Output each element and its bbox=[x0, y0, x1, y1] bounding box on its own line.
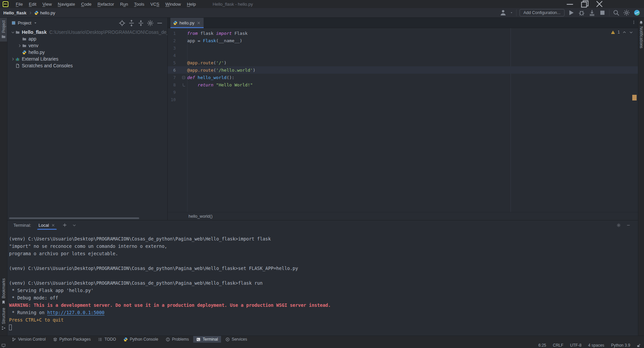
ide-features-sphere-icon[interactable] bbox=[633, 9, 641, 16]
tree-item-external-libraries[interactable]: External Libraries bbox=[7, 56, 167, 62]
stop-icon[interactable] bbox=[599, 9, 606, 16]
user-profile-icon[interactable] bbox=[499, 9, 507, 16]
terminal-tool-window: Terminal: Local (venv) C:\Users\Usuario\ bbox=[7, 220, 638, 336]
status-item-6-25[interactable]: 6:25 bbox=[538, 343, 546, 348]
terminal-output[interactable]: (venv) C:\Users\Usuario\Desktop\PROGRAMA… bbox=[7, 230, 638, 336]
restore-icon[interactable] bbox=[580, 0, 590, 8]
fold-end-icon[interactable] bbox=[183, 83, 185, 86]
locate-file-icon[interactable] bbox=[118, 19, 126, 27]
tool-stripe-project[interactable]: Project bbox=[0, 18, 7, 42]
add-configuration-button[interactable]: Add Configuration... bbox=[520, 9, 565, 16]
tab-close-icon[interactable] bbox=[197, 21, 201, 25]
tool-stripe-structure[interactable]: Structure bbox=[0, 305, 7, 333]
code-line-5[interactable]: 5@app.route('/') bbox=[168, 59, 638, 66]
toolwindow-button-python-packages[interactable]: Python Packages bbox=[50, 336, 94, 343]
user-dropdown-caret-icon[interactable] bbox=[510, 9, 513, 16]
menu-item-tools[interactable]: Tools bbox=[131, 1, 147, 7]
terminal-dropdown-chevron-icon[interactable] bbox=[72, 223, 76, 227]
project-panel-title[interactable]: Project bbox=[18, 20, 31, 25]
toolwindow-button-todo[interactable]: TODO bbox=[95, 336, 119, 343]
breadcrumb-project[interactable]: Hello_flask bbox=[3, 10, 26, 15]
terminal-link[interactable]: http://127.0.0.1:5000 bbox=[47, 310, 105, 315]
menu-item-window[interactable]: Window bbox=[163, 1, 183, 7]
toolwindow-button-terminal[interactable]: Terminal bbox=[193, 336, 221, 343]
menu-item-file[interactable]: File bbox=[13, 1, 25, 7]
toolwindow-button-services[interactable]: Services bbox=[222, 336, 250, 343]
collapse-all-icon[interactable] bbox=[137, 19, 145, 27]
inspection-widget[interactable]: 1 bbox=[611, 30, 633, 34]
fold-region[interactable] bbox=[176, 83, 187, 86]
fold-region[interactable] bbox=[176, 76, 187, 79]
tool-stripe-notifications[interactable]: Notifications bbox=[638, 18, 644, 51]
code-line-2[interactable]: 2app = Flask(__name__) bbox=[168, 37, 638, 44]
expand-all-icon[interactable] bbox=[128, 19, 135, 27]
new-terminal-plus-icon[interactable] bbox=[62, 222, 67, 228]
terminal-text: (venv) C:\Users\Usuario\Desktop\PROGRAMA… bbox=[9, 280, 263, 286]
status-item-utf-8[interactable]: UTF-8 bbox=[570, 343, 582, 348]
hide-panel-icon[interactable] bbox=[156, 19, 163, 27]
menu-item-code[interactable]: Code bbox=[78, 1, 94, 7]
tree-item-scratches-and-consoles[interactable]: Scratches and Consoles bbox=[7, 62, 167, 69]
code-line-1[interactable]: 1from flask import Flask bbox=[168, 29, 638, 37]
terminal-settings-gear-icon[interactable] bbox=[616, 223, 621, 227]
run-icon[interactable] bbox=[568, 9, 575, 16]
code-editor[interactable]: 1from flask import Flask2app = Flask(__n… bbox=[168, 28, 638, 212]
code-line-8[interactable]: 8 return "Hello World!" bbox=[168, 81, 638, 88]
tree-item-hello-py[interactable]: hello.py bbox=[7, 49, 167, 56]
code-line-4[interactable]: 4 bbox=[168, 52, 638, 59]
status-bar: 6:25CRLFUTF-84 spacesPython 3.9 bbox=[0, 343, 644, 348]
tree-chevron-icon[interactable] bbox=[10, 57, 15, 61]
settings-gear-icon[interactable] bbox=[623, 9, 630, 16]
minimize-icon[interactable] bbox=[565, 0, 575, 8]
menu-item-edit[interactable]: Edit bbox=[26, 1, 39, 7]
status-item-python-3-9[interactable]: Python 3.9 bbox=[611, 343, 630, 348]
toolwindow-button-problems[interactable]: Problems bbox=[163, 336, 192, 343]
code-line-6[interactable]: 6@app.route('/hello.world') bbox=[168, 66, 638, 74]
toolwindow-button-python-console[interactable]: Python Console bbox=[120, 336, 161, 343]
menu-item-refactor[interactable]: Refactor bbox=[95, 1, 117, 7]
code-line-7[interactable]: 7def hello_world(): bbox=[168, 74, 638, 81]
editor-tab-hello-py[interactable]: hello.py bbox=[170, 18, 204, 28]
status-item-crlf[interactable]: CRLF bbox=[553, 343, 563, 348]
error-stripe-marker[interactable] bbox=[632, 95, 637, 100]
panel-settings-gear-icon[interactable] bbox=[147, 19, 154, 27]
close-icon[interactable] bbox=[594, 0, 604, 8]
horizontal-scrollbar[interactable] bbox=[9, 217, 139, 219]
debug-icon[interactable] bbox=[578, 9, 585, 16]
menu-item-view[interactable]: View bbox=[40, 1, 54, 7]
pyconsole-icon bbox=[123, 337, 128, 342]
status-monitor-icon[interactable] bbox=[1, 343, 6, 348]
terminal-tab-close-icon[interactable] bbox=[51, 223, 55, 227]
tree-item-label: Scratches and Consoles bbox=[22, 63, 73, 68]
tree-item-venv[interactable]: venv bbox=[7, 42, 167, 49]
tree-item-hello-flask[interactable]: Hello_flaskC:\Users\Usuario\Desktop\PROG… bbox=[7, 29, 167, 36]
prev-warning-chevron-up-icon[interactable] bbox=[622, 30, 627, 34]
menu-item-help[interactable]: Help bbox=[184, 1, 199, 7]
warning-count: 1 bbox=[618, 30, 620, 34]
fold-marker-icon[interactable] bbox=[182, 76, 185, 79]
terminal-hide-icon[interactable] bbox=[626, 223, 631, 227]
menu-item-navigate[interactable]: Navigate bbox=[55, 1, 77, 7]
lock-open-icon[interactable] bbox=[636, 343, 641, 348]
menu-item-run[interactable]: Run bbox=[117, 1, 131, 7]
menu-item-vcs[interactable]: VCS bbox=[148, 1, 162, 7]
tab-options-icon[interactable] bbox=[632, 20, 636, 24]
tool-window-bar: Version ControlPython PackagesTODOPython… bbox=[0, 336, 644, 343]
tree-item-app[interactable]: app bbox=[7, 36, 167, 42]
breadcrumb-function[interactable]: hello_world() bbox=[189, 214, 213, 219]
editor-breadcrumb[interactable]: hello_world() bbox=[168, 212, 638, 220]
terminal-tab-local[interactable]: Local bbox=[37, 220, 57, 230]
status-item-4-spaces[interactable]: 4 spaces bbox=[588, 343, 604, 348]
code-line-10[interactable]: 10 bbox=[168, 96, 638, 103]
toolwindow-button-version-control[interactable]: Version Control bbox=[9, 336, 49, 343]
code-line-9[interactable]: 9 bbox=[168, 88, 638, 96]
next-warning-chevron-down-icon[interactable] bbox=[629, 30, 633, 34]
tool-stripe-bookmarks[interactable]: Bookmarks bbox=[0, 276, 7, 307]
run-coverage-icon[interactable] bbox=[588, 9, 596, 16]
code-line-3[interactable]: 3 bbox=[168, 44, 638, 52]
search-everywhere-icon[interactable] bbox=[612, 9, 620, 16]
tree-chevron-icon[interactable] bbox=[17, 44, 22, 48]
breadcrumb-file[interactable]: hello.py bbox=[40, 10, 55, 15]
tree-chevron-icon[interactable] bbox=[10, 30, 15, 34]
chevron-down-icon[interactable] bbox=[33, 21, 38, 25]
